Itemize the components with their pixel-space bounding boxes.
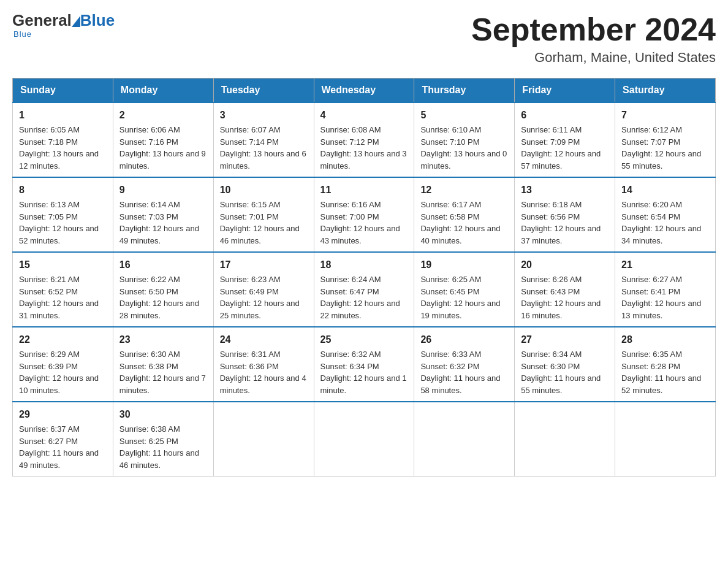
calendar-week-row: 8Sunrise: 6:13 AMSunset: 7:05 PMDaylight… (13, 177, 716, 252)
day-info: Sunrise: 6:08 AMSunset: 7:12 PMDaylight:… (320, 125, 407, 170)
day-number: 14 (621, 183, 709, 197)
day-info: Sunrise: 6:21 AMSunset: 6:52 PMDaylight:… (19, 275, 99, 320)
calendar-day-cell: 22Sunrise: 6:29 AMSunset: 6:39 PMDayligh… (13, 327, 113, 402)
calendar-day-cell (414, 402, 515, 477)
day-info: Sunrise: 6:31 AMSunset: 6:36 PMDaylight:… (220, 350, 306, 395)
day-info: Sunrise: 6:22 AMSunset: 6:50 PMDaylight:… (119, 275, 199, 320)
calendar-day-cell: 9Sunrise: 6:14 AMSunset: 7:03 PMDaylight… (113, 177, 213, 252)
title-area: September 2024 Gorham, Maine, United Sta… (471, 12, 716, 66)
day-number: 24 (220, 332, 308, 347)
day-number: 16 (119, 258, 207, 272)
calendar-day-cell: 15Sunrise: 6:21 AMSunset: 6:52 PMDayligh… (13, 252, 113, 327)
day-number: 10 (220, 183, 308, 197)
day-info: Sunrise: 6:14 AMSunset: 7:03 PMDaylight:… (119, 200, 199, 245)
day-info: Sunrise: 6:26 AMSunset: 6:43 PMDaylight:… (521, 275, 601, 320)
calendar-day-cell: 17Sunrise: 6:23 AMSunset: 6:49 PMDayligh… (213, 252, 314, 327)
day-number: 9 (119, 183, 207, 197)
calendar-day-cell: 28Sunrise: 6:35 AMSunset: 6:28 PMDayligh… (615, 327, 716, 402)
calendar-header-sunday: Sunday (13, 79, 113, 103)
calendar-day-cell: 8Sunrise: 6:13 AMSunset: 7:05 PMDaylight… (13, 177, 113, 252)
day-number: 5 (420, 108, 508, 123)
day-number: 13 (521, 183, 609, 197)
day-info: Sunrise: 6:10 AMSunset: 7:10 PMDaylight:… (420, 125, 507, 170)
day-number: 17 (220, 258, 308, 272)
logo-general-text: General (12, 12, 72, 28)
calendar-day-cell: 16Sunrise: 6:22 AMSunset: 6:50 PMDayligh… (113, 252, 213, 327)
calendar-day-cell: 3Sunrise: 6:07 AMSunset: 7:14 PMDaylight… (213, 102, 314, 177)
day-number: 11 (320, 183, 408, 197)
calendar-header-monday: Monday (113, 79, 213, 103)
day-info: Sunrise: 6:38 AMSunset: 6:25 PMDaylight:… (119, 424, 199, 470)
calendar-header-saturday: Saturday (615, 79, 716, 103)
day-number: 21 (621, 258, 709, 272)
calendar-header-wednesday: Wednesday (314, 79, 414, 103)
calendar-day-cell: 13Sunrise: 6:18 AMSunset: 6:56 PMDayligh… (515, 177, 615, 252)
day-info: Sunrise: 6:25 AMSunset: 6:45 PMDaylight:… (420, 275, 500, 320)
logo-blue-text: Blue (80, 12, 115, 28)
day-info: Sunrise: 6:11 AMSunset: 7:09 PMDaylight:… (521, 125, 601, 170)
calendar-header-row: SundayMondayTuesdayWednesdayThursdayFrid… (13, 79, 716, 103)
day-info: Sunrise: 6:23 AMSunset: 6:49 PMDaylight:… (220, 275, 300, 320)
calendar-day-cell: 23Sunrise: 6:30 AMSunset: 6:38 PMDayligh… (113, 327, 213, 402)
day-number: 15 (19, 258, 107, 272)
day-number: 22 (19, 332, 107, 347)
calendar-day-cell: 29Sunrise: 6:37 AMSunset: 6:27 PMDayligh… (13, 402, 113, 477)
calendar-day-cell: 11Sunrise: 6:16 AMSunset: 7:00 PMDayligh… (314, 177, 414, 252)
logo-underline: Blue (13, 29, 32, 39)
day-number: 7 (621, 108, 709, 123)
calendar-week-row: 1Sunrise: 6:05 AMSunset: 7:18 PMDaylight… (13, 102, 716, 177)
day-info: Sunrise: 6:18 AMSunset: 6:56 PMDaylight:… (521, 200, 601, 245)
calendar-week-row: 22Sunrise: 6:29 AMSunset: 6:39 PMDayligh… (13, 327, 716, 402)
day-info: Sunrise: 6:34 AMSunset: 6:30 PMDaylight:… (521, 350, 601, 395)
calendar-header-tuesday: Tuesday (213, 79, 314, 103)
day-number: 6 (521, 108, 609, 123)
day-info: Sunrise: 6:13 AMSunset: 7:05 PMDaylight:… (19, 200, 99, 245)
day-number: 29 (19, 407, 107, 422)
day-number: 2 (119, 108, 207, 123)
calendar-header-friday: Friday (515, 79, 615, 103)
calendar-day-cell: 19Sunrise: 6:25 AMSunset: 6:45 PMDayligh… (414, 252, 515, 327)
day-info: Sunrise: 6:27 AMSunset: 6:41 PMDaylight:… (621, 275, 701, 320)
day-info: Sunrise: 6:30 AMSunset: 6:38 PMDaylight:… (119, 350, 206, 395)
calendar-header-thursday: Thursday (414, 79, 515, 103)
day-number: 8 (19, 183, 107, 197)
day-number: 27 (521, 332, 609, 347)
day-number: 28 (621, 332, 709, 347)
day-number: 19 (420, 258, 508, 272)
day-info: Sunrise: 6:16 AMSunset: 7:00 PMDaylight:… (320, 200, 400, 245)
calendar-day-cell: 30Sunrise: 6:38 AMSunset: 6:25 PMDayligh… (113, 402, 213, 477)
day-number: 26 (420, 332, 508, 347)
calendar-week-row: 29Sunrise: 6:37 AMSunset: 6:27 PMDayligh… (13, 402, 716, 477)
day-info: Sunrise: 6:07 AMSunset: 7:14 PMDaylight:… (220, 125, 306, 170)
calendar-day-cell: 2Sunrise: 6:06 AMSunset: 7:16 PMDaylight… (113, 102, 213, 177)
calendar-day-cell: 27Sunrise: 6:34 AMSunset: 6:30 PMDayligh… (515, 327, 615, 402)
day-info: Sunrise: 6:24 AMSunset: 6:47 PMDaylight:… (320, 275, 400, 320)
day-number: 30 (119, 407, 207, 422)
day-number: 3 (220, 108, 308, 123)
calendar-day-cell: 14Sunrise: 6:20 AMSunset: 6:54 PMDayligh… (615, 177, 716, 252)
day-number: 18 (320, 258, 408, 272)
day-number: 20 (521, 258, 609, 272)
calendar-day-cell: 21Sunrise: 6:27 AMSunset: 6:41 PMDayligh… (615, 252, 716, 327)
calendar-day-cell: 7Sunrise: 6:12 AMSunset: 7:07 PMDaylight… (615, 102, 716, 177)
page-header: General Blue Blue September 2024 Gorham,… (12, 12, 716, 66)
calendar-day-cell (314, 402, 414, 477)
day-number: 12 (420, 183, 508, 197)
calendar-day-cell: 1Sunrise: 6:05 AMSunset: 7:18 PMDaylight… (13, 102, 113, 177)
day-number: 25 (320, 332, 408, 347)
day-info: Sunrise: 6:37 AMSunset: 6:27 PMDaylight:… (19, 424, 99, 470)
calendar-day-cell: 24Sunrise: 6:31 AMSunset: 6:36 PMDayligh… (213, 327, 314, 402)
day-number: 23 (119, 332, 207, 347)
day-number: 1 (19, 108, 107, 123)
calendar-day-cell: 26Sunrise: 6:33 AMSunset: 6:32 PMDayligh… (414, 327, 515, 402)
calendar-day-cell: 10Sunrise: 6:15 AMSunset: 7:01 PMDayligh… (213, 177, 314, 252)
calendar-day-cell: 5Sunrise: 6:10 AMSunset: 7:10 PMDaylight… (414, 102, 515, 177)
calendar-day-cell: 20Sunrise: 6:26 AMSunset: 6:43 PMDayligh… (515, 252, 615, 327)
calendar-day-cell: 6Sunrise: 6:11 AMSunset: 7:09 PMDaylight… (515, 102, 615, 177)
day-info: Sunrise: 6:33 AMSunset: 6:32 PMDaylight:… (420, 350, 500, 395)
calendar-day-cell: 18Sunrise: 6:24 AMSunset: 6:47 PMDayligh… (314, 252, 414, 327)
calendar-day-cell (615, 402, 716, 477)
location-title: Gorham, Maine, United States (471, 50, 716, 66)
calendar-day-cell: 12Sunrise: 6:17 AMSunset: 6:58 PMDayligh… (414, 177, 515, 252)
logo: General Blue Blue (12, 12, 115, 39)
